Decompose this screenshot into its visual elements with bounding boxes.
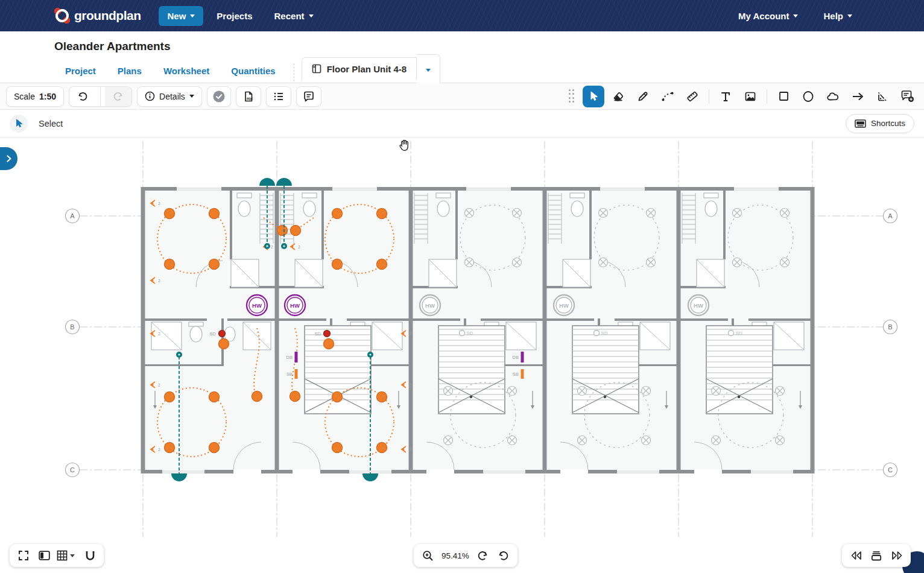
- set-square-tool[interactable]: [872, 86, 893, 107]
- plan-tab-dropdown[interactable]: [417, 54, 440, 83]
- cursor-icon: [588, 90, 600, 102]
- details-button[interactable]: Details: [137, 86, 202, 107]
- pencil-tool[interactable]: [632, 86, 654, 107]
- previous-page-button[interactable]: [846, 545, 866, 566]
- shortcuts-button[interactable]: Shortcuts: [846, 114, 914, 133]
- rotate-left-button[interactable]: [493, 545, 514, 566]
- svg-text:HW: HW: [290, 302, 300, 309]
- comment-icon: [303, 90, 315, 103]
- page-controls: [842, 544, 911, 567]
- text-tool[interactable]: [715, 86, 736, 107]
- toolbar-divider: [767, 89, 767, 104]
- plan-canvas-area: AABBCCSDSDSDHWHWHWHWHW2222222222SDSDDBDB…: [0, 138, 924, 573]
- account-nav: My AccountHelp: [730, 6, 861, 26]
- nav-item-my-account[interactable]: My Account: [730, 6, 806, 26]
- image-tool[interactable]: [739, 86, 761, 107]
- svg-text:B: B: [888, 323, 892, 331]
- comments-button[interactable]: [296, 86, 321, 107]
- nav-item-new[interactable]: New: [159, 6, 203, 26]
- select-mode-indicator: [10, 115, 28, 133]
- nav-item-label: Recent: [274, 11, 305, 21]
- ruler-tool[interactable]: [682, 86, 703, 107]
- approved-button[interactable]: [207, 86, 231, 107]
- mode-bar: Select Shortcuts: [0, 110, 924, 138]
- arrow-tool[interactable]: [847, 86, 869, 107]
- scale-button[interactable]: Scale 1:50: [6, 86, 64, 107]
- svg-text:SD: SD: [735, 331, 742, 336]
- scale-value: 1:50: [39, 92, 56, 101]
- curve-tool[interactable]: [657, 86, 679, 107]
- tab-quantities[interactable]: Quantities: [220, 59, 286, 83]
- snap-button[interactable]: [80, 545, 100, 566]
- drawing-tools: [569, 86, 919, 107]
- rectangle-tool[interactable]: [773, 86, 794, 107]
- tab-floor-plan-unit-4-8: Floor Plan Unit 4-8: [302, 54, 441, 83]
- curve-icon: [661, 90, 674, 103]
- grid-icon: [57, 550, 68, 561]
- nav-item-help[interactable]: Help: [815, 6, 861, 26]
- undo-redo-group: [69, 86, 132, 107]
- zoom-value: 95.41%: [438, 551, 473, 560]
- comment-add-tool[interactable]: [896, 86, 918, 107]
- cursor-icon: [14, 118, 24, 128]
- rotate-right-button[interactable]: [473, 545, 493, 566]
- floor-plan-canvas[interactable]: AABBCCSDSDSDHWHWHWHWHW2222222222SDSDDBDB…: [0, 138, 924, 573]
- zoom-in-button[interactable]: [417, 545, 438, 566]
- svg-text:2: 2: [409, 383, 411, 387]
- double-arrow-left-icon: [850, 551, 862, 560]
- groundplan-logo[interactable]: groundplan: [54, 8, 141, 24]
- list-button[interactable]: [266, 86, 291, 107]
- rectangle-icon: [778, 90, 790, 102]
- brand-name: groundplan: [74, 8, 141, 23]
- select-tool[interactable]: [583, 86, 604, 107]
- tab-bar: ProjectPlansWorksheetQuantities Floor Pl…: [0, 58, 924, 83]
- ellipse-tool[interactable]: [797, 86, 819, 107]
- svg-text:B: B: [70, 323, 74, 331]
- scale-label: Scale: [14, 92, 35, 101]
- eraser-tool[interactable]: [607, 86, 629, 107]
- pages-icon: [871, 551, 882, 561]
- drag-handle-icon[interactable]: [569, 89, 575, 104]
- plan-sheet-icon: [312, 64, 321, 74]
- svg-text:A: A: [70, 212, 75, 220]
- svg-text:2: 2: [158, 332, 160, 336]
- undo-button[interactable]: [69, 87, 96, 106]
- chevron-down-icon: [426, 69, 431, 72]
- tab-plans[interactable]: Plans: [107, 59, 153, 83]
- magnet-icon: [84, 550, 96, 562]
- cloud-tool[interactable]: [822, 86, 844, 107]
- keyboard-icon: [855, 119, 866, 128]
- svg-text:HW: HW: [694, 302, 703, 309]
- svg-text:2: 2: [271, 245, 273, 249]
- undo-circular-icon: [498, 550, 509, 562]
- toolbar-divider: [709, 89, 709, 104]
- svg-text:SB: SB: [513, 372, 519, 377]
- export-pdf-button[interactable]: PDF: [236, 86, 261, 107]
- fullscreen-icon: [18, 550, 29, 561]
- tab-links: ProjectPlansWorksheetQuantities: [54, 59, 286, 83]
- tab-project[interactable]: Project: [54, 59, 107, 83]
- zoom-controls: 95.41%: [414, 544, 517, 567]
- active-plan-tab[interactable]: Floor Plan Unit 4-8: [302, 57, 417, 81]
- svg-text:HW: HW: [252, 302, 262, 309]
- redo-button[interactable]: [105, 87, 131, 106]
- grid-button[interactable]: [54, 545, 80, 566]
- tab-worksheet[interactable]: Worksheet: [153, 59, 220, 83]
- nav-item-label: New: [167, 11, 186, 21]
- nav-item-projects[interactable]: Projects: [208, 6, 261, 26]
- svg-text:2: 2: [158, 201, 160, 206]
- details-label: Details: [159, 92, 185, 101]
- ellipse-icon: [802, 90, 814, 103]
- svg-text:SD: SD: [210, 331, 217, 337]
- tab-separator: [294, 63, 294, 81]
- arrow-icon: [851, 91, 864, 102]
- fullscreen-button[interactable]: [13, 545, 34, 566]
- panels-button[interactable]: [34, 545, 54, 566]
- mode-label: Select: [39, 119, 63, 128]
- nav-item-recent[interactable]: Recent: [266, 6, 322, 26]
- next-page-button[interactable]: [887, 545, 907, 566]
- svg-text:2: 2: [409, 448, 411, 452]
- pages-button[interactable]: [866, 545, 887, 566]
- eraser-icon: [612, 90, 624, 103]
- svg-text:PDF: PDF: [247, 97, 253, 100]
